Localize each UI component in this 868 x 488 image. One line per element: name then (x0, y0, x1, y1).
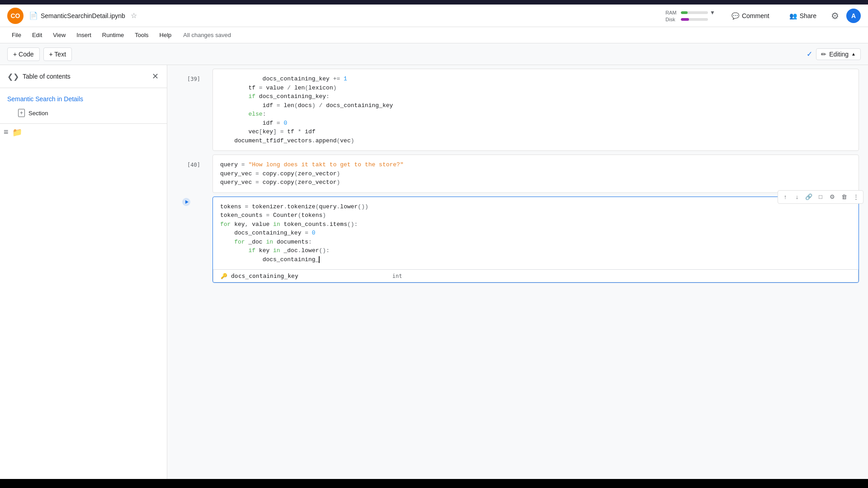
cell-40-wrapper: [40] query = "How long does it takt to g… (212, 155, 859, 193)
settings-button[interactable]: ⚙ (829, 9, 841, 23)
cell-39-wrapper: [39] docs_containing_key += 1 tf = value… (212, 69, 859, 151)
menu-insert[interactable]: Insert (72, 30, 96, 40)
menu-file[interactable]: File (7, 30, 26, 40)
notebook-area: [39] docs_containing_key += 1 tf = value… (167, 65, 868, 479)
menu-edit[interactable]: Edit (28, 30, 47, 40)
menu-help[interactable]: Help (155, 30, 176, 40)
colab-logo: CO (7, 8, 24, 24)
cell-40-execution-count: [40] (187, 162, 200, 168)
files-icon[interactable]: 📁 (12, 127, 22, 137)
link-button[interactable]: 🔗 (803, 192, 814, 202)
comment-label: Comment (742, 12, 769, 19)
autocomplete-key-icon: 🔑 (221, 273, 227, 279)
ram-progress-fill (681, 11, 688, 14)
more-options-button[interactable]: ⋮ (850, 192, 861, 202)
user-avatar[interactable]: A (846, 9, 861, 23)
cell-toolbar: ↑ ↓ 🔗 □ ⚙ 🗑 ⋮ (778, 190, 863, 204)
comment-icon: 💬 (731, 12, 739, 19)
toc-section-label: Section (28, 110, 48, 117)
cell-39: docs_containing_key += 1 tf = value / le… (212, 69, 859, 151)
bottom-bar (0, 479, 868, 488)
cell-39-code[interactable]: docs_containing_key += 1 tf = value / le… (213, 69, 859, 150)
cell-40: query = "How long does it takt to get to… (212, 155, 859, 193)
save-status: All changes saved (183, 32, 231, 38)
menu-runtime[interactable]: Runtime (98, 30, 128, 40)
sidebar: ❮❯ Table of contents ✕ Semantic Search i… (0, 65, 167, 479)
sidebar-title: Table of contents (23, 73, 151, 80)
move-down-button[interactable]: ↓ (792, 192, 802, 202)
cells-container: [39] docs_containing_key += 1 tf = value… (167, 65, 868, 290)
menu-tools[interactable]: Tools (130, 30, 153, 40)
toolbar: + Code + Text ✓ ✏ Editing ▲ (0, 43, 868, 65)
cell-40-code[interactable]: query = "How long does it takt to get to… (213, 155, 859, 192)
filename-area: 📄 SemanticSearchinDetail.ipynb (29, 11, 125, 20)
run-cell-button[interactable] (180, 196, 193, 208)
ram-progress-container (681, 11, 708, 14)
cell-active: tokens = tokenizer.tokenize(query.lower(… (212, 197, 859, 283)
cell-active-wrapper: ↑ ↓ 🔗 □ ⚙ 🗑 ⋮ tokens = tokenizer.tokeniz… (212, 197, 859, 283)
editing-label: Editing (829, 51, 849, 58)
editing-indicator: ✓ ✏ Editing ▲ (807, 48, 861, 60)
menu-bar: File Edit View Insert Runtime Tools Help… (0, 27, 868, 43)
play-icon (182, 198, 190, 206)
menu-view[interactable]: View (48, 30, 70, 40)
disk-progress-container (681, 18, 708, 21)
ram-dropdown[interactable]: ▼ (710, 9, 715, 16)
star-button[interactable]: ☆ (131, 11, 137, 20)
header: CO 📄 SemanticSearchinDetail.ipynb ☆ RAM … (0, 5, 868, 27)
sidebar-header: ❮❯ Table of contents ✕ (0, 65, 167, 88)
copy-button[interactable]: □ (815, 192, 826, 202)
header-actions: RAM ▼ Disk 💬 Comment 👥 Share ⚙ A (665, 9, 861, 23)
autocomplete-item[interactable]: 🔑 docs_containing_key int (221, 272, 402, 279)
edit-icon: ✏ (821, 51, 826, 58)
disk-label: Disk (665, 17, 679, 22)
disk-row: Disk (665, 17, 715, 22)
cell-39-execution-count: [39] (187, 76, 200, 82)
toc-item-section[interactable]: + Section (0, 106, 167, 120)
delete-button[interactable]: 🗑 (839, 192, 849, 202)
add-code-button[interactable]: + Code (7, 47, 40, 61)
cell-active-code[interactable]: tokens = tokenizer.tokenize(query.lower(… (213, 197, 859, 270)
main-content: ❮❯ Table of contents ✕ Semantic Search i… (0, 65, 868, 479)
toc-icon[interactable]: ≡ (4, 127, 9, 137)
sidebar-content: Semantic Search in Details + Section (0, 88, 167, 123)
chevron-up-icon: ▲ (851, 52, 856, 56)
add-text-button[interactable]: + Text (43, 47, 72, 61)
move-up-button[interactable]: ↑ (780, 192, 791, 202)
autocomplete-dropdown: 🔑 docs_containing_key int (213, 269, 859, 282)
add-code-label: + Code (13, 51, 34, 58)
autocomplete-type: int (302, 273, 402, 279)
checkmark-icon: ✓ (807, 50, 812, 58)
ram-row: RAM ▼ (665, 9, 715, 16)
comment-button[interactable]: 💬 Comment (724, 9, 777, 22)
drive-icon: 📄 (29, 11, 38, 20)
resource-indicator: RAM ▼ Disk (665, 9, 715, 22)
toc-item-main[interactable]: Semantic Search in Details (0, 92, 167, 106)
add-text-label: + Text (49, 51, 66, 58)
sidebar-bottom-icons: ≡ 📁 (0, 123, 167, 141)
sidebar-toggle-left[interactable]: ❮❯ (7, 72, 19, 81)
share-button[interactable]: 👥 Share (782, 9, 824, 22)
sidebar-close-button[interactable]: ✕ (151, 70, 160, 82)
cell-settings-button[interactable]: ⚙ (827, 192, 838, 202)
filename-text[interactable]: SemanticSearchinDetail.ipynb (41, 12, 125, 19)
editing-button[interactable]: ✏ Editing ▲ (816, 48, 861, 60)
toc-main-label: Semantic Search in Details (7, 95, 83, 103)
top-bar (0, 0, 868, 5)
share-icon: 👥 (789, 12, 797, 19)
autocomplete-suggestion: docs_containing_key (231, 272, 298, 279)
section-expand-icon: + (18, 109, 25, 117)
ram-label: RAM (665, 10, 679, 15)
disk-progress-fill (681, 18, 689, 21)
share-label: Share (800, 12, 816, 19)
